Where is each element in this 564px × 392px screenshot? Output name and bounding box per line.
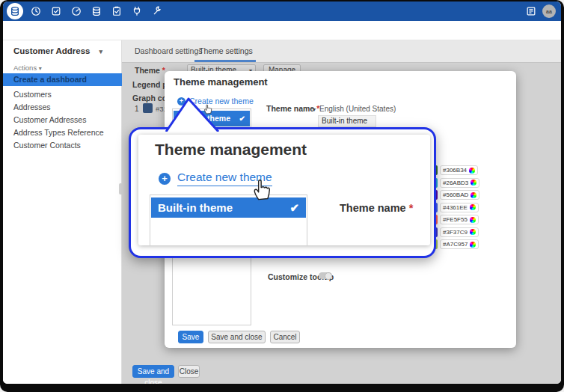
color-hex-value: #560BAD <box>443 192 468 198</box>
color-hex-value: #3F37C9 <box>443 229 468 236</box>
chevron-down-icon: ▾ <box>99 48 102 55</box>
dialog-color-list: #306B34#26ABD3#560BAD#4361EE#FE5F55#3F37… <box>429 165 512 252</box>
checkbox-icon[interactable] <box>51 6 61 16</box>
top-toolbar: aa <box>3 1 561 21</box>
sidebar-item-addresses[interactable]: Addresses <box>13 102 51 111</box>
gauge-icon[interactable] <box>71 6 82 16</box>
language-label: English (United States) <box>319 105 396 113</box>
sidebar-item-customer-contacts[interactable]: Customer Contacts <box>13 141 81 150</box>
color-hex-value: #306B34 <box>443 167 467 174</box>
wrench-icon[interactable] <box>152 6 162 16</box>
callout-title: Theme management <box>155 141 307 159</box>
color-hex-value: #FE5F55 <box>443 216 468 223</box>
color-row: #560BAD <box>429 190 512 200</box>
color-hex-value: #4361EE <box>443 204 468 211</box>
tab-theme-settings[interactable]: Theme settings <box>199 46 253 55</box>
color-row: #26ABD3 <box>429 178 512 188</box>
magnifier-callout: Theme management + Create new theme Buil… <box>129 127 436 258</box>
callout-theme-list: Built-in theme ✔ <box>150 195 307 245</box>
entity-title: Customer Address <box>13 46 90 55</box>
color-wheel-icon[interactable] <box>470 204 476 210</box>
check-icon: ✔ <box>289 197 299 218</box>
color-wheel-icon[interactable] <box>469 168 475 174</box>
theme-name-label: Theme name * <box>266 104 319 113</box>
language-selector[interactable]: ▾English (United States) <box>313 105 396 113</box>
sidebar-item-address-types[interactable]: Address Types Reference <box>13 128 104 137</box>
header-bar: Master Data - Reference▾ Create a dashbo… <box>3 21 561 40</box>
color-value-pill: #26ABD3 <box>440 178 479 188</box>
chevron-down-icon: ▾ <box>313 106 316 113</box>
clipboard-check-icon[interactable] <box>111 6 122 16</box>
sidebar-item-customer-addresses[interactable]: Customer Addresses <box>13 115 86 124</box>
customize-tooltip-toggle[interactable] <box>319 272 332 279</box>
clock-icon[interactable] <box>31 6 41 16</box>
sidebar-item-create-dashboard[interactable]: Create a dashboard <box>3 73 122 86</box>
toggle-knob <box>325 272 332 280</box>
theme-field-label: Theme * <box>135 66 165 75</box>
user-avatar[interactable]: aa <box>542 4 556 18</box>
color-row: #A7C957 <box>429 239 512 249</box>
color-value-pill: #4361EE <box>440 203 479 212</box>
color-value-pill: #FE5F55 <box>440 215 479 224</box>
callout-theme-list-item-builtin[interactable]: Built-in theme ✔ <box>151 197 306 218</box>
callout-theme-name-label: Theme name * <box>340 202 413 214</box>
color-wheel-icon[interactable] <box>470 242 476 248</box>
plus-circle-icon: + <box>159 173 171 185</box>
window-frame: aa Master Data - Reference▾ Create a das… <box>0 0 564 392</box>
graph-color-swatch[interactable] <box>143 103 153 113</box>
color-row: #FE5F55 <box>429 215 512 224</box>
active-tab-indicator <box>194 60 256 62</box>
color-hex-value: #A7C957 <box>443 241 468 248</box>
database-icon <box>10 6 20 16</box>
color-value-pill: #306B34 <box>440 165 478 175</box>
callout-pointer <box>160 96 223 132</box>
close-button[interactable]: Close <box>178 365 200 378</box>
graph-color-row-index: 1 <box>135 105 139 113</box>
theme-name: Built-in theme <box>158 201 233 214</box>
color-row: #4361EE <box>429 203 512 212</box>
theme-name-input[interactable]: Built-in theme <box>318 115 376 127</box>
dialog-cancel-button[interactable]: Cancel <box>270 331 300 343</box>
callout-card: Theme management + Create new theme Buil… <box>138 135 430 245</box>
color-value-pill: #A7C957 <box>440 239 479 249</box>
color-row: #306B34 <box>429 165 512 175</box>
color-wheel-icon[interactable] <box>470 192 476 198</box>
form-grid-icon[interactable] <box>526 6 536 16</box>
check-icon: ✔ <box>239 111 245 126</box>
actions-menu[interactable]: Actions ▾ <box>13 64 42 72</box>
color-value-pill: #560BAD <box>440 190 479 200</box>
callout-create-new-theme-link[interactable]: + Create new theme <box>159 171 272 186</box>
dialog-title: Theme management <box>174 76 268 88</box>
color-wheel-icon[interactable] <box>470 229 476 235</box>
actions-label: Actions <box>13 64 37 72</box>
active-module-button[interactable] <box>7 3 23 19</box>
save-and-close-button[interactable]: Save and close <box>132 365 174 378</box>
dialog-save-button[interactable]: Save <box>178 331 203 343</box>
sidebar: Customer Address▾ Actions ▾ Create a das… <box>3 40 122 384</box>
sidebar-item-customers[interactable]: Customers <box>13 90 52 99</box>
color-hex-value: #26ABD3 <box>443 180 468 186</box>
database-icon[interactable] <box>91 6 102 16</box>
dialog-save-and-close-button[interactable]: Save and close <box>208 331 266 343</box>
entity-selector[interactable]: Customer Address▾ <box>13 46 102 55</box>
plug-icon[interactable] <box>132 6 142 16</box>
tab-dashboard-settings[interactable]: Dashboard settings <box>135 46 202 55</box>
color-value-pill: #3F37C9 <box>440 227 479 237</box>
app-window: aa Master Data - Reference▾ Create a das… <box>3 1 561 384</box>
create-new-theme-label: Create new theme <box>177 171 272 186</box>
color-row: #3F37C9 <box>429 227 512 237</box>
color-wheel-icon[interactable] <box>470 217 476 223</box>
color-wheel-icon[interactable] <box>470 180 476 186</box>
chevron-down-icon: ▾ <box>39 65 42 72</box>
required-marker: * <box>409 202 414 214</box>
